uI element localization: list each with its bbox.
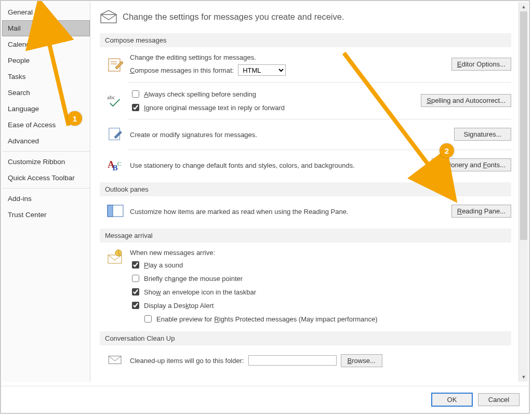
play-sound-checkbox[interactable]: Play a sound	[130, 260, 511, 270]
section-panes-header: Outlook panes	[100, 182, 511, 196]
abc-spellcheck-icon: abc	[106, 91, 125, 110]
cleanup-text: Cleaned-up items will go to this folder:	[130, 357, 244, 365]
sidebar-item-mail[interactable]: Mail	[2, 20, 90, 36]
cleanup-folder-input[interactable]	[248, 355, 337, 366]
cleanup-icon	[106, 351, 125, 369]
vertical-scrollbar[interactable]: ▲ ▼	[518, 2, 528, 382]
browse-button[interactable]: Browse...	[341, 354, 382, 367]
sidebar-item-search[interactable]: Search	[2, 85, 90, 101]
ok-button[interactable]: OK	[431, 393, 473, 407]
message-arrival-icon	[106, 248, 125, 266]
desktop-alert-checkbox[interactable]: Display a Desktop Alert	[130, 300, 511, 311]
sidebar-item-tasks[interactable]: Tasks	[2, 69, 90, 85]
sidebar-item-quick-access-toolbar[interactable]: Quick Access Toolbar	[2, 170, 90, 186]
spelling-autocorrect-button[interactable]: Spelling and Autocorrect...	[421, 94, 511, 107]
sidebar-item-add-ins[interactable]: Add-ins	[2, 191, 90, 207]
always-spellcheck-checkbox[interactable]: Always check spelling before sending	[130, 89, 416, 99]
compose-editing-text: Change the editing settings for messages…	[130, 53, 446, 61]
reading-pane-button[interactable]: Reading Pane...	[451, 205, 511, 218]
section-arrival-header: Message arrival	[100, 229, 511, 243]
stationery-icon: A B C	[106, 155, 125, 174]
signatures-text: Create or modify signatures for messages…	[130, 131, 449, 139]
sidebar-item-calendar[interactable]: Calendar	[2, 36, 90, 52]
reading-pane-text: Customize how items are marked as read w…	[130, 208, 446, 216]
reading-pane-icon	[106, 202, 125, 220]
svg-text:abc: abc	[107, 94, 115, 100]
scroll-up-icon[interactable]: ▲	[520, 3, 528, 11]
ignore-original-checkbox[interactable]: Ignore original message text in reply or…	[130, 102, 416, 113]
sidebar-item-trust-center[interactable]: Trust Center	[2, 207, 90, 223]
scroll-thumb[interactable]	[520, 11, 527, 240]
editor-options-button[interactable]: Editor Options...	[451, 58, 511, 71]
show-envelope-checkbox[interactable]: Show an envelope icon in the taskbar	[130, 287, 511, 297]
compose-format-select[interactable]: HTML	[238, 64, 286, 76]
dialog-footer: OK Cancel	[1, 386, 529, 413]
stationery-fonts-button[interactable]: Stationery and Fonts...	[432, 158, 511, 171]
envelope-icon	[100, 9, 117, 24]
compose-format-label: Compose messages in this format:	[130, 66, 234, 74]
cancel-button[interactable]: Cancel	[478, 393, 520, 406]
svg-rect-12	[108, 205, 113, 217]
sidebar-item-language[interactable]: Language	[2, 101, 90, 117]
change-pointer-checkbox[interactable]: Briefly change the mouse pointer	[130, 273, 511, 284]
compose-edit-icon	[106, 55, 125, 74]
stationery-text: Use stationery to change default fonts a…	[130, 162, 427, 169]
sidebar-item-general[interactable]: General	[2, 4, 90, 20]
section-compose-header: Compose messages	[100, 33, 511, 47]
sidebar-item-customize-ribbon[interactable]: Customize Ribbon	[2, 154, 90, 170]
page-title: Change the settings for messages you cre…	[123, 12, 344, 22]
arrival-intro-text: When new messages arrive:	[130, 249, 511, 257]
svg-text:C: C	[117, 160, 122, 167]
sidebar-item-ease-of-access[interactable]: Ease of Access	[2, 117, 90, 133]
signature-icon	[106, 125, 125, 143]
sidebar-item-advanced[interactable]: Advanced	[2, 133, 90, 149]
signatures-button[interactable]: Signatures...	[454, 128, 511, 141]
sidebar-item-people[interactable]: People	[2, 52, 90, 69]
scroll-down-icon[interactable]: ▼	[520, 373, 528, 381]
enable-preview-checkbox[interactable]: Enable preview for Rights Protected mess…	[142, 314, 511, 324]
options-dialog: GeneralMailCalendarPeopleTasksSearchLang…	[0, 0, 530, 414]
options-content: Change the settings for messages you cre…	[90, 2, 518, 382]
page-header: Change the settings for messages you cre…	[100, 9, 511, 24]
options-sidebar: GeneralMailCalendarPeopleTasksSearchLang…	[2, 2, 90, 382]
section-cleanup-header: Conversation Clean Up	[100, 331, 511, 345]
